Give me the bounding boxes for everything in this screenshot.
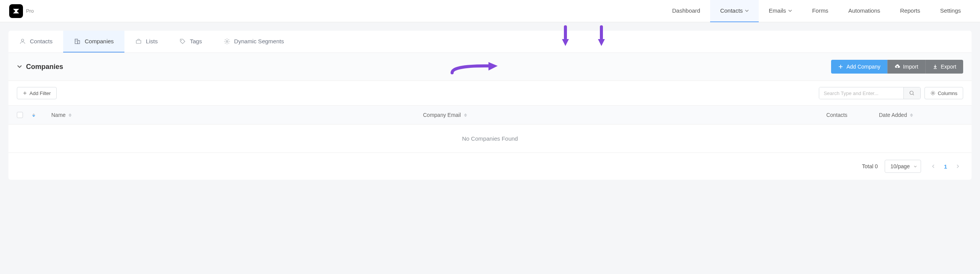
search-wrap — [819, 87, 921, 99]
svg-rect-3 — [76, 40, 77, 41]
subtab-contacts[interactable]: Contacts — [8, 31, 63, 53]
building-icon — [74, 38, 81, 45]
svg-point-0 — [21, 39, 24, 41]
nav-reports-label: Reports — [900, 7, 920, 14]
panel-actions: Add Company Import Export — [831, 60, 963, 74]
pro-label: Pro — [26, 8, 34, 14]
nav-emails[interactable]: Emails — [759, 0, 802, 22]
plus-icon — [838, 64, 843, 69]
add-filter-button[interactable]: Add Filter — [17, 87, 57, 99]
chevron-down-icon — [788, 10, 792, 12]
add-company-button[interactable]: Add Company — [831, 60, 887, 74]
table-header-row: Name Company Email Contacts Date Added — [8, 105, 972, 125]
columns-button[interactable]: Columns — [924, 87, 963, 99]
nav-settings[interactable]: Settings — [930, 0, 971, 22]
annotation-arrow-down-import — [562, 25, 569, 47]
nav-automations[interactable]: Automations — [838, 0, 890, 22]
th-contacts: Contacts — [795, 112, 879, 118]
briefcase-icon — [135, 38, 142, 45]
svg-rect-5 — [136, 40, 141, 43]
nav-dashboard[interactable]: Dashboard — [662, 0, 710, 22]
nav-automations-label: Automations — [848, 7, 880, 14]
subtab-dynamic-segments-label: Dynamic Segments — [234, 38, 284, 44]
svg-rect-2 — [78, 40, 80, 43]
svg-point-9 — [932, 92, 934, 94]
th-name-label: Name — [51, 112, 65, 118]
th-date-added[interactable]: Date Added — [879, 112, 963, 118]
search-button[interactable] — [903, 87, 920, 99]
page-size-label: 10/page — [890, 163, 910, 169]
subtab-contacts-label: Contacts — [30, 38, 52, 44]
svg-rect-11 — [600, 25, 603, 40]
main-nav: Dashboard Contacts Emails Forms Automati… — [662, 0, 971, 22]
gear-icon — [930, 90, 936, 96]
th-date-added-label: Date Added — [879, 112, 907, 118]
select-all-checkbox[interactable] — [17, 112, 23, 118]
svg-point-6 — [181, 39, 182, 40]
chevron-down-icon — [17, 65, 22, 69]
logo-area: Pro — [9, 4, 34, 18]
page-size-select[interactable]: 10/page — [885, 160, 921, 173]
subtab-dynamic-segments[interactable]: Dynamic Segments — [213, 31, 295, 53]
export-label: Export — [941, 64, 956, 70]
sort-arrows-icon — [910, 112, 913, 118]
page-number-current[interactable]: 1 — [941, 162, 950, 171]
search-input[interactable] — [819, 87, 903, 99]
subtab-lists-label: Lists — [146, 38, 158, 44]
app-logo[interactable] — [9, 4, 23, 18]
search-icon — [909, 90, 915, 96]
download-icon — [933, 64, 938, 69]
svg-rect-10 — [564, 25, 567, 40]
subtab-lists[interactable]: Lists — [124, 31, 168, 53]
nav-reports[interactable]: Reports — [890, 0, 930, 22]
columns-label: Columns — [938, 90, 957, 96]
nav-dashboard-label: Dashboard — [672, 7, 700, 14]
th-company-email-label: Company Email — [423, 112, 461, 118]
pager-prev[interactable] — [928, 161, 939, 172]
chevron-down-icon — [745, 10, 749, 12]
pagination: Total 0 10/page 1 — [8, 153, 972, 180]
subtab-tags[interactable]: Tags — [168, 31, 213, 53]
sort-arrows-icon — [464, 112, 467, 118]
sort-arrows-icon — [69, 112, 72, 118]
import-button[interactable]: Import — [887, 60, 925, 74]
app-header: Pro Dashboard Contacts Emails Forms Auto… — [0, 0, 980, 22]
nav-contacts[interactable]: Contacts — [710, 0, 759, 22]
add-filter-label: Add Filter — [29, 90, 51, 96]
empty-text: No Companies Found — [462, 135, 518, 142]
th-company-email[interactable]: Company Email — [423, 112, 795, 118]
nav-emails-label: Emails — [769, 7, 786, 14]
svg-rect-4 — [76, 41, 77, 42]
nav-forms-label: Forms — [812, 7, 828, 14]
import-label: Import — [903, 64, 918, 70]
chevron-down-icon — [914, 166, 917, 167]
gear-icon — [224, 38, 230, 45]
subtab-companies[interactable]: Companies — [63, 31, 124, 53]
add-company-label: Add Company — [846, 64, 880, 70]
filter-bar-right: Columns — [819, 87, 963, 99]
chevron-left-icon — [932, 164, 935, 169]
th-contacts-label: Contacts — [826, 112, 847, 118]
contact-icon — [19, 38, 26, 45]
logo-icon — [11, 7, 21, 16]
table-empty-row: No Companies Found — [8, 125, 972, 153]
select-all-cell — [17, 112, 32, 118]
sort-arrows-icon — [32, 113, 51, 117]
th-name[interactable]: Name — [51, 112, 423, 118]
tag-icon — [179, 38, 186, 45]
pager-pages: 1 — [928, 161, 963, 172]
nav-contacts-label: Contacts — [720, 7, 743, 14]
export-button[interactable]: Export — [925, 60, 963, 74]
nav-forms[interactable]: Forms — [802, 0, 838, 22]
sub-tabs: Contacts Companies Lists Tags Dynamic Se… — [8, 31, 972, 53]
subtab-companies-label: Companies — [85, 38, 114, 44]
th-sort-index[interactable] — [32, 113, 51, 117]
subtab-tags-label: Tags — [190, 38, 202, 44]
panel-title-wrap[interactable]: Companies — [17, 63, 63, 71]
pager-next[interactable] — [952, 161, 963, 172]
chevron-right-icon — [956, 164, 959, 169]
filter-bar: Add Filter Columns — [8, 81, 972, 105]
nav-settings-label: Settings — [940, 7, 961, 14]
plus-icon — [23, 91, 27, 95]
panel-title: Companies — [26, 63, 63, 71]
